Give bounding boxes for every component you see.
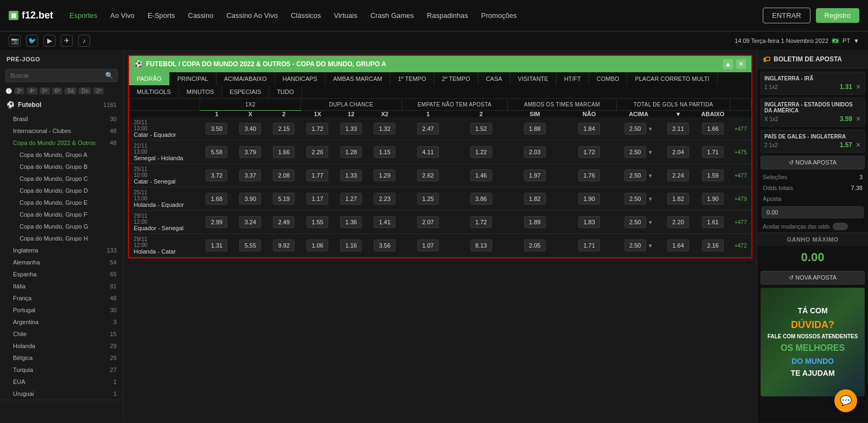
odd-btn-4-0[interactable]: 2.99 xyxy=(206,216,227,228)
sidebar-item-grupo-e[interactable]: Copa do Mundo, Grupo E xyxy=(0,197,123,209)
odd-btn-0-0[interactable]: 3.50 xyxy=(206,123,227,135)
nav-esports[interactable]: E-Sports xyxy=(148,9,175,22)
dropdown-arrow-4[interactable]: ▼ xyxy=(648,219,653,225)
tab-ambas-marcam[interactable]: AMBAS MARCAM xyxy=(326,72,390,85)
odd-btn-4-8[interactable]: 1.89 xyxy=(524,216,546,228)
odd-btn-4-2[interactable]: 2.49 xyxy=(273,216,295,228)
nav-esportes[interactable]: Esportes xyxy=(69,9,97,22)
tab-principal[interactable]: PRINCIPAL xyxy=(170,72,216,85)
odd-btn-1-6[interactable]: 4.11 xyxy=(417,146,439,158)
sidebar-item-grupo-b[interactable]: Copa do Mundo, Grupo B xyxy=(0,161,123,173)
odd-btn-0-4[interactable]: 1.33 xyxy=(340,123,362,135)
filter-do[interactable]: Do xyxy=(79,87,91,94)
odd-btn-4-4[interactable]: 1.36 xyxy=(340,216,362,228)
odd-btn-3-3[interactable]: 1.17 xyxy=(307,193,328,205)
odd-btn-5-11[interactable]: 1.64 xyxy=(667,239,689,251)
dropdown-arrow-5[interactable]: ▼ xyxy=(648,243,653,249)
bet-close-1[interactable]: ✕ xyxy=(856,115,861,123)
tab-acima-abaixo[interactable]: ACIMA/ABAIXO xyxy=(216,72,275,85)
more-btn-0[interactable]: +477 xyxy=(735,126,747,132)
odd-btn-0-9[interactable]: 1.84 xyxy=(578,123,600,135)
dropdown-arrow-2[interactable]: ▼ xyxy=(648,173,653,179)
sidebar-item-espanha[interactable]: Espanha 65 xyxy=(0,268,123,280)
lang-dropdown-icon[interactable]: ▼ xyxy=(853,37,859,44)
odd-btn-2-10[interactable]: 2.50 xyxy=(624,169,646,181)
tab-htft[interactable]: HT/FT xyxy=(557,72,589,85)
odd-btn-3-4[interactable]: 1.27 xyxy=(340,193,362,205)
sidebar-item-grupo-d[interactable]: Copa do Mundo, Grupo D xyxy=(0,185,123,197)
nav-promocoes[interactable]: Promoções xyxy=(481,9,517,22)
odd-btn-0-5[interactable]: 1.32 xyxy=(374,123,395,135)
more-btn-3[interactable]: +479 xyxy=(735,196,747,202)
nav-classicos[interactable]: Clássicos xyxy=(291,9,321,22)
search-input[interactable] xyxy=(5,69,118,82)
odd-btn-3-10[interactable]: 2.50 xyxy=(624,193,646,205)
filter-sa[interactable]: Sá xyxy=(65,87,76,94)
minimize-button[interactable]: ▲ xyxy=(723,59,733,69)
logo[interactable]: ▦ f12.bet xyxy=(9,10,53,21)
odd-btn-5-10[interactable]: 2.50 xyxy=(624,239,646,251)
odd-btn-2-11[interactable]: 2.24 xyxy=(667,169,689,181)
odd-btn-5-6[interactable]: 1.07 xyxy=(417,239,439,251)
nav-cassino[interactable]: Cassino xyxy=(188,9,214,22)
sidebar-item-alemanha[interactable]: Alemanha 54 xyxy=(0,256,123,268)
filter-5a[interactable]: 5ª xyxy=(40,87,50,94)
sidebar-item-grupo-h[interactable]: Copa do Mundo, Grupo H xyxy=(0,232,123,244)
tab-minutos[interactable]: MINUTOS xyxy=(179,85,222,98)
odd-btn-3-7[interactable]: 3.86 xyxy=(470,193,492,205)
odd-btn-4-6[interactable]: 2.07 xyxy=(417,216,439,228)
sidebar-item-grupo-f[interactable]: Copa do Mundo, Grupo F xyxy=(0,209,123,220)
odd-btn-1-8[interactable]: 2.03 xyxy=(524,146,546,158)
odd-btn-4-1[interactable]: 3.24 xyxy=(239,216,261,228)
odd-btn-4-12[interactable]: 1.61 xyxy=(702,216,724,228)
sidebar-item-internacional[interactable]: Internacional - Clubes 48 xyxy=(0,125,123,137)
bet-close-0[interactable]: ✕ xyxy=(856,83,861,91)
dropdown-arrow-0[interactable]: ▼ xyxy=(648,126,653,132)
tab-visitante[interactable]: VISITANTE xyxy=(510,72,557,85)
filter-3a[interactable]: 3ª xyxy=(14,87,24,94)
tab-tudo[interactable]: TUDO xyxy=(269,85,302,98)
odd-btn-0-3[interactable]: 1.72 xyxy=(307,123,328,135)
odd-btn-3-1[interactable]: 3.90 xyxy=(239,193,261,205)
nav-crash-games[interactable]: Crash Games xyxy=(371,9,414,22)
bet-close-2[interactable]: ✕ xyxy=(856,141,861,149)
chat-button[interactable]: 💬 xyxy=(834,389,857,412)
odd-btn-2-0[interactable]: 3.72 xyxy=(206,169,227,181)
filter-6a[interactable]: 6ª xyxy=(52,87,62,94)
odd-btn-0-10[interactable]: 2.50 xyxy=(624,123,646,135)
odd-btn-1-7[interactable]: 1.22 xyxy=(470,146,492,158)
sidebar-item-brasil[interactable]: Brasil 30 xyxy=(0,113,123,125)
sidebar-item-grupo-a[interactable]: Copa do Mundo, Grupo A xyxy=(0,149,123,161)
odd-btn-1-11[interactable]: 2.04 xyxy=(667,146,689,158)
filter-2a[interactable]: 2ª xyxy=(93,87,104,94)
odd-btn-2-12[interactable]: 1.59 xyxy=(702,169,724,181)
nav-virtuais[interactable]: Virtuais xyxy=(334,9,358,22)
odd-btn-2-1[interactable]: 3.37 xyxy=(239,169,261,181)
filter-4a[interactable]: 4ª xyxy=(27,87,37,94)
more-btn-5[interactable]: +472 xyxy=(735,243,747,249)
more-btn-2[interactable]: +477 xyxy=(735,173,747,179)
sidebar-item-portugal[interactable]: Portugal 30 xyxy=(0,304,123,316)
odd-btn-0-12[interactable]: 1.66 xyxy=(702,123,724,135)
sidebar-item-chile[interactable]: Chile 15 xyxy=(0,328,123,340)
odd-btn-3-6[interactable]: 1.25 xyxy=(417,193,439,205)
odd-btn-2-5[interactable]: 1.29 xyxy=(374,169,395,181)
sidebar-item-belgica[interactable]: Bélgica 29 xyxy=(0,352,123,364)
dropdown-arrow-1[interactable]: ▼ xyxy=(648,149,653,155)
odd-btn-1-10[interactable]: 2.50 xyxy=(624,146,646,158)
odd-btn-2-9[interactable]: 1.76 xyxy=(578,169,600,181)
odd-btn-3-12[interactable]: 1.90 xyxy=(702,193,724,205)
odd-btn-2-3[interactable]: 1.77 xyxy=(307,169,328,181)
odd-btn-5-9[interactable]: 1.71 xyxy=(578,239,600,251)
twitter-icon[interactable]: 🐦 xyxy=(26,35,38,47)
odd-btn-0-6[interactable]: 2.47 xyxy=(417,123,439,135)
sidebar-item-turquia[interactable]: Turquia 27 xyxy=(0,364,123,376)
sport-header-futebol[interactable]: ⚽ Futebol 1161 xyxy=(0,97,123,113)
more-btn-4[interactable]: +477 xyxy=(735,219,747,225)
odd-btn-4-3[interactable]: 1.55 xyxy=(307,216,328,228)
nova-aposta-top-button[interactable]: ↺ NOVA APOSTA xyxy=(761,156,865,169)
odd-btn-5-2[interactable]: 9.92 xyxy=(273,239,295,251)
odd-btn-0-1[interactable]: 3.40 xyxy=(239,123,261,135)
sidebar-item-uruguai[interactable]: Uruguai 1 xyxy=(0,388,123,400)
odd-btn-5-12[interactable]: 2.16 xyxy=(702,239,724,251)
